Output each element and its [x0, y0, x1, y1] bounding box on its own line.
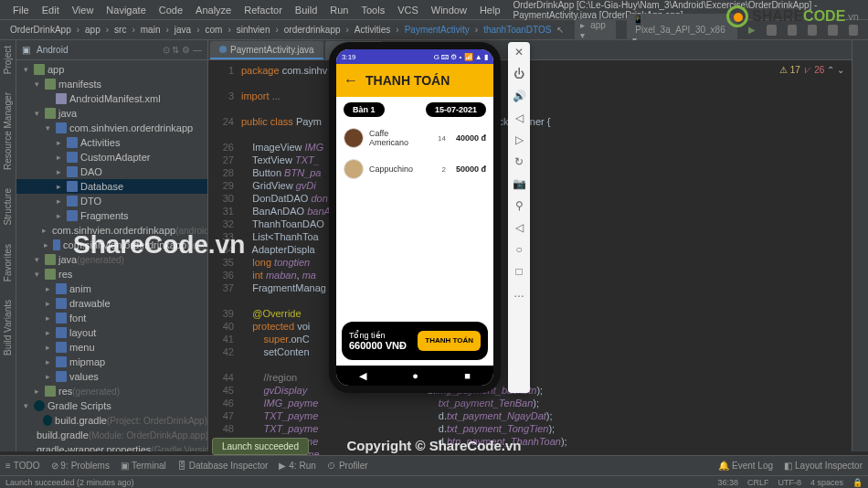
menu-help[interactable]: Help — [474, 3, 506, 17]
back-icon[interactable]: ← — [344, 72, 358, 89]
tree-row[interactable]: ▾app — [16, 62, 207, 77]
tw-event-log[interactable]: 🔔 Event Log — [718, 461, 773, 471]
code-line[interactable]: 3import ... — [214, 90, 852, 102]
menu-view[interactable]: View — [67, 3, 100, 17]
tree-row[interactable]: ▸mipmap — [16, 355, 207, 369]
emu-tool-8[interactable]: ◁ — [515, 221, 524, 234]
tree-row[interactable]: ▸menu — [16, 340, 207, 355]
code-line[interactable] — [214, 358, 852, 371]
tree-row[interactable]: ▸com.sinhvien.orderdrinkapp (test) — [16, 238, 207, 252]
bc-app[interactable]: app — [85, 25, 101, 35]
tw-terminal[interactable]: ▣ Terminal — [121, 461, 166, 471]
caret-position[interactable]: 36:38 — [717, 478, 738, 487]
emu-tool-6[interactable]: 📷 — [513, 177, 526, 190]
code-line[interactable]: 37 FragmentManag — [214, 281, 852, 294]
rail-favorites[interactable]: Favorites — [3, 244, 13, 281]
tree-row[interactable]: ▾res — [16, 267, 207, 281]
code-line[interactable]: 33 List<ThanhToa — [214, 230, 852, 243]
tree-row[interactable]: ▸values — [16, 369, 207, 384]
code-line[interactable]: 46 IMG_payme txt_payment_TenBan); — [214, 397, 852, 409]
file-encoding[interactable]: UTF-8 — [778, 478, 801, 487]
menu-window[interactable]: Window — [426, 3, 472, 17]
order-item[interactable]: Cappuchino250000 đ — [336, 154, 493, 185]
menu-run[interactable]: Run — [324, 3, 354, 17]
tw-profiler[interactable]: ⏲ Profiler — [327, 461, 368, 471]
code-line[interactable]: 27 TextView TXT_ _TongTien; — [214, 154, 852, 166]
lock-icon[interactable]: 🔒 — [852, 478, 863, 487]
nav-back-icon[interactable]: ◀ — [359, 370, 366, 382]
code-line[interactable] — [214, 102, 852, 115]
tree-row[interactable]: AndroidManifest.xml — [16, 91, 207, 106]
indent-settings[interactable]: 4 spaces — [810, 478, 843, 487]
tree-row[interactable]: ▾java — [16, 106, 207, 121]
rail-build-variants[interactable]: Build Variants — [3, 300, 13, 355]
code-line[interactable] — [214, 77, 852, 90]
run-config-dropdown[interactable]: ▸ app ▾ — [575, 19, 616, 41]
code-line[interactable]: 41 super.onC — [214, 333, 852, 345]
nav-home-icon[interactable]: ● — [412, 370, 418, 381]
tw-db-inspector[interactable]: 🗄 Database Inspector — [177, 461, 269, 471]
inspection-widget[interactable]: ⚠ 17 ⩗ 26 ⌃ ⌄ — [779, 64, 844, 77]
rail-project[interactable]: Project — [3, 46, 13, 74]
tab-payment-activity[interactable]: PaymentActivity.java — [210, 41, 323, 59]
tw-run[interactable]: ▶ 4: Run — [279, 461, 315, 471]
menu-file[interactable]: File — [7, 3, 35, 17]
code-line[interactable] — [214, 128, 852, 141]
tree-row[interactable]: ▸res (generated) — [16, 384, 207, 398]
menu-navigate[interactable]: Navigate — [101, 3, 151, 17]
code-line[interactable]: 34 AdapterDispla — [214, 243, 852, 256]
emu-tool-10[interactable]: □ — [515, 265, 522, 278]
code-line[interactable]: 24public class Paym s View.OnClickListen… — [214, 115, 852, 128]
tree-row[interactable]: ▸Activities — [16, 135, 207, 150]
code-line[interactable]: 31 BanAnDAO banA — [214, 205, 852, 217]
code-line[interactable]: 45 gvDisplay d.img_payment_backbtn); — [214, 384, 852, 397]
tree-settings-icon[interactable]: ⊙ ⇅ ⚙ — — [163, 45, 202, 55]
code-line[interactable]: 26 ImageView IMG — [214, 141, 852, 154]
back-arrow-icon[interactable]: ↖ — [556, 25, 564, 35]
tw-problems[interactable]: ⊘ 9: Problems — [51, 461, 110, 471]
code-line[interactable]: 48 TXT_payme d.txt_payment_TongTien); — [214, 422, 852, 435]
tree-row[interactable]: ▸CustomAdapter — [16, 150, 207, 164]
code-line[interactable]: 39 @Override — [214, 307, 852, 320]
tree-row[interactable]: ▸Database — [16, 179, 207, 194]
code-line[interactable]: 35 long tongtien — [214, 256, 852, 269]
emu-tool-4[interactable]: ▷ — [515, 133, 524, 146]
tree-row[interactable]: ▸layout — [16, 325, 207, 340]
tree-mode[interactable]: Android — [37, 45, 68, 55]
tree-row[interactable]: ▸DAO — [16, 164, 207, 179]
emu-tool-3[interactable]: ◁ — [515, 111, 524, 124]
tree-row[interactable]: build.gradle (Module: OrderDrinkApp.app) — [16, 428, 207, 442]
tree-row[interactable]: ▸drawable — [16, 296, 207, 311]
menu-refactor[interactable]: Refactor — [238, 3, 288, 17]
tree-row[interactable]: ▸font — [16, 311, 207, 325]
tree-row[interactable]: ▸com.sinhvien.orderdrinkapp (androidTest… — [16, 223, 207, 238]
code-line[interactable] — [214, 294, 852, 307]
code-line[interactable]: 40 protected voi — [214, 320, 852, 333]
menu-tools[interactable]: Tools — [355, 3, 390, 17]
menu-analyze[interactable]: Analyze — [190, 3, 237, 17]
code-line[interactable]: 36 int maban, ma — [214, 269, 852, 281]
code-line[interactable]: 47 TXT_payme d.txt_payment_NgayDat); — [214, 409, 852, 422]
tree-row[interactable]: build.gradle (Project: OrderDrinkApp) — [16, 413, 207, 428]
menu-build[interactable]: Build — [290, 3, 323, 17]
notification-balloon[interactable]: Launch succeeded — [212, 438, 309, 455]
tree-row[interactable]: ▸Fragments — [16, 208, 207, 223]
tree-row[interactable]: ▾java (generated) — [16, 252, 207, 267]
emu-tool-2[interactable]: 🔊 — [513, 90, 526, 102]
line-separator[interactable]: CRLF — [747, 478, 769, 487]
code-line[interactable]: 29 GridView gvDi — [214, 179, 852, 192]
nav-recent-icon[interactable]: ■ — [464, 370, 471, 381]
code-line[interactable]: 44 //region isplayPayment); — [214, 371, 852, 384]
code-line[interactable]: 42 setConten — [214, 345, 852, 358]
code-line[interactable]: 1package com.sinhv — [214, 64, 852, 77]
menu-vcs[interactable]: VCS — [392, 3, 424, 17]
code-line[interactable]: 30 DonDatDAO don — [214, 192, 852, 205]
tree-row[interactable]: ▸DTO — [16, 194, 207, 208]
tree-row[interactable]: ▾Gradle Scripts — [16, 398, 207, 413]
bc-root[interactable]: OrderDrinkApp — [10, 25, 71, 35]
emu-tool-0[interactable]: ✕ — [514, 46, 524, 58]
emu-tool-9[interactable]: ○ — [515, 243, 522, 256]
order-item[interactable]: Caffe Americano1440000 đ — [336, 122, 493, 154]
emu-tool-11[interactable]: … — [513, 287, 524, 300]
menu-code[interactable]: Code — [153, 3, 188, 17]
